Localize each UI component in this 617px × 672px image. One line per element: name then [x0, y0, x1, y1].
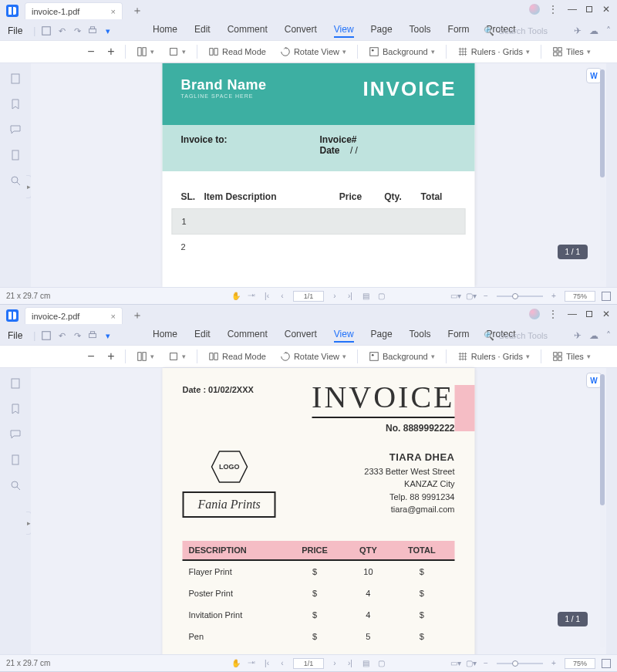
assistant-icon[interactable]: [529, 309, 540, 319]
kebab-icon[interactable]: ⋮: [548, 3, 558, 15]
print-icon[interactable]: [87, 25, 98, 36]
bookmark-icon[interactable]: [9, 403, 22, 417]
next-page-icon[interactable]: ›: [330, 292, 339, 300]
comment-icon[interactable]: [9, 428, 22, 443]
new-tab-button[interactable]: ＋: [132, 309, 143, 322]
new-tab-button[interactable]: ＋: [132, 4, 143, 18]
page-layout-dropdown[interactable]: ▾: [133, 45, 157, 59]
bookmark-icon[interactable]: [9, 98, 22, 113]
scroll-thumb[interactable]: [600, 69, 605, 177]
attachment-icon[interactable]: [9, 149, 22, 164]
undo-icon[interactable]: ↶: [56, 25, 67, 36]
select-tool-icon[interactable]: ⭲: [247, 659, 256, 667]
menu-tools[interactable]: Tools: [410, 329, 431, 343]
prev-page-icon[interactable]: ‹: [278, 659, 287, 667]
scroll-thumb[interactable]: [600, 374, 605, 505]
cloud-icon[interactable]: ☁: [589, 25, 598, 36]
read-mode-button[interactable]: Read Mode: [205, 45, 269, 59]
zoom-in-button[interactable]: +: [105, 45, 117, 59]
zoom-in-button[interactable]: +: [105, 350, 117, 363]
menu-page[interactable]: Page: [371, 24, 393, 38]
fullscreen-icon[interactable]: [602, 292, 611, 301]
redo-icon[interactable]: ↷: [72, 25, 83, 36]
funnel-icon[interactable]: ▾: [103, 330, 113, 341]
zoom-out-icon[interactable]: −: [481, 659, 491, 667]
menu-form[interactable]: Form: [448, 24, 470, 38]
first-page-icon[interactable]: |‹: [262, 292, 271, 300]
funnel-icon[interactable]: ▾: [103, 25, 113, 36]
cloud-icon[interactable]: ☁: [589, 330, 598, 341]
search-tools[interactable]: 🔍 Search Tools: [484, 331, 548, 341]
continuous-icon[interactable]: ▤: [361, 292, 370, 300]
minimize-button[interactable]: —: [566, 309, 578, 319]
zoom-out-button[interactable]: −: [85, 350, 97, 363]
fit-width-icon[interactable]: ▭▾: [450, 292, 460, 300]
undo-icon[interactable]: ↶: [56, 330, 67, 341]
next-page-icon[interactable]: ›: [330, 659, 339, 667]
close-button[interactable]: ✕: [600, 309, 612, 319]
maximize-button[interactable]: [586, 311, 592, 317]
single-page-icon[interactable]: ▢: [376, 659, 386, 667]
zoom-in-icon[interactable]: +: [549, 659, 558, 667]
fit-page-icon[interactable]: ▢▾: [466, 659, 475, 667]
fit-dropdown[interactable]: ▾: [165, 350, 189, 363]
last-page-icon[interactable]: ›|: [346, 659, 355, 667]
page-input[interactable]: 1/1: [293, 658, 324, 669]
minimize-button[interactable]: —: [566, 4, 578, 15]
menu-edit[interactable]: Edit: [194, 329, 211, 343]
maximize-button[interactable]: [586, 6, 592, 12]
tiles-dropdown[interactable]: Tiles▾: [549, 350, 594, 363]
prev-page-icon[interactable]: ‹: [278, 292, 287, 300]
file-menu[interactable]: File: [8, 25, 22, 36]
menu-home[interactable]: Home: [153, 24, 177, 38]
rotate-view-dropdown[interactable]: Rotate View▾: [277, 45, 349, 59]
search-tools[interactable]: 🔍 Search Tools: [484, 26, 548, 36]
export-word-icon[interactable]: W: [586, 68, 602, 83]
page-layout-dropdown[interactable]: ▾: [133, 350, 157, 363]
close-icon[interactable]: ×: [110, 312, 115, 321]
single-page-icon[interactable]: ▢: [376, 292, 386, 300]
file-menu[interactable]: File: [8, 330, 22, 341]
rulers-grids-dropdown[interactable]: Rulers · Grids▾: [454, 350, 533, 363]
document-viewport[interactable]: Brand Name TAGLINE SPACE HERE INVOICE In…: [31, 63, 606, 287]
hand-tool-icon[interactable]: ✋: [231, 292, 241, 300]
fit-dropdown[interactable]: ▾: [165, 45, 189, 59]
save-icon[interactable]: [41, 25, 52, 36]
send-icon[interactable]: ✈: [574, 25, 582, 36]
attachment-icon[interactable]: [9, 454, 22, 468]
hand-tool-icon[interactable]: ✋: [231, 659, 241, 667]
fit-width-icon[interactable]: ▭▾: [450, 659, 460, 667]
assistant-icon[interactable]: [529, 4, 540, 15]
continuous-icon[interactable]: ▤: [361, 659, 370, 667]
rotate-view-dropdown[interactable]: Rotate View▾: [277, 350, 349, 363]
chevron-up-icon[interactable]: ˄: [606, 330, 611, 341]
first-page-icon[interactable]: |‹: [262, 659, 271, 667]
menu-home[interactable]: Home: [153, 329, 177, 343]
document-viewport[interactable]: Date : 01/02/2XXX INVOICE No. 8889992222…: [31, 368, 606, 654]
print-icon[interactable]: [87, 330, 98, 341]
zoom-slider[interactable]: [497, 663, 543, 664]
select-tool-icon[interactable]: ⭲: [247, 292, 256, 300]
search-panel-icon[interactable]: [9, 479, 22, 494]
menu-comment[interactable]: Comment: [228, 329, 268, 343]
background-dropdown[interactable]: Background▾: [366, 350, 438, 363]
menu-convert[interactable]: Convert: [285, 329, 317, 343]
rulers-grids-dropdown[interactable]: Rulers · Grids▾: [454, 45, 533, 59]
zoom-slider[interactable]: [497, 295, 543, 297]
thumbnails-icon[interactable]: [9, 73, 22, 87]
zoom-value[interactable]: 75%: [565, 291, 595, 302]
search-panel-icon[interactable]: [9, 174, 22, 189]
fullscreen-icon[interactable]: [602, 659, 611, 668]
kebab-icon[interactable]: ⋮: [548, 308, 558, 320]
zoom-in-icon[interactable]: +: [549, 292, 558, 300]
close-button[interactable]: ✕: [600, 4, 612, 15]
zoom-out-icon[interactable]: −: [481, 292, 491, 300]
read-mode-button[interactable]: Read Mode: [205, 350, 269, 363]
redo-icon[interactable]: ↷: [72, 330, 83, 341]
menu-tools[interactable]: Tools: [410, 24, 431, 38]
zoom-out-button[interactable]: −: [85, 45, 97, 59]
export-word-icon[interactable]: W: [586, 373, 602, 388]
document-tab[interactable]: invoice-2.pdf ×: [25, 307, 123, 324]
menu-view[interactable]: View: [334, 329, 354, 343]
close-icon[interactable]: ×: [110, 7, 115, 16]
